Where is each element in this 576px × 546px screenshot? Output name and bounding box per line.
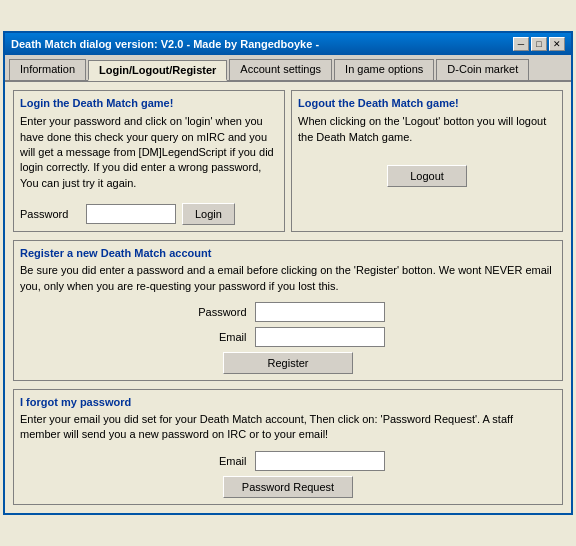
tab-in-game-options[interactable]: In game options <box>334 59 434 80</box>
tab-account-settings[interactable]: Account settings <box>229 59 332 80</box>
login-panel-text: Enter your password and click on 'login'… <box>20 114 278 191</box>
register-button[interactable]: Register <box>223 352 353 374</box>
login-password-input[interactable] <box>86 204 176 224</box>
logout-panel: Logout the Death Match game! When clicki… <box>291 90 563 232</box>
forgot-section: I forgot my password Enter your email yo… <box>13 389 563 505</box>
tab-login-logout-register[interactable]: Login/Logout/Register <box>88 60 227 81</box>
forgot-email-row: Email <box>20 451 556 471</box>
login-password-row: Password Login <box>20 203 278 225</box>
password-request-button[interactable]: Password Request <box>223 476 353 498</box>
logout-panel-title: Logout the Death Match game! <box>298 97 556 109</box>
register-section-text: Be sure you did enter a password and a e… <box>20 263 556 294</box>
register-section-title: Register a new Death Match account <box>20 247 556 259</box>
title-bar-buttons: ─ □ ✕ <box>513 37 565 51</box>
close-button[interactable]: ✕ <box>549 37 565 51</box>
window-title: Death Match dialog version: V2.0 - Made … <box>11 38 319 50</box>
tab-bar: Information Login/Logout/Register Accoun… <box>5 55 571 82</box>
register-section: Register a new Death Match account Be su… <box>13 240 563 381</box>
minimize-button[interactable]: ─ <box>513 37 529 51</box>
login-panel: Login the Death Match game! Enter your p… <box>13 90 285 232</box>
register-password-input[interactable] <box>255 302 385 322</box>
tab-information[interactable]: Information <box>9 59 86 80</box>
forgot-section-text: Enter your email you did set for your De… <box>20 412 556 443</box>
tab-content: Login the Death Match game! Enter your p… <box>5 82 571 513</box>
main-window: Death Match dialog version: V2.0 - Made … <box>3 31 573 515</box>
forgot-email-input[interactable] <box>255 451 385 471</box>
register-email-row: Email <box>20 327 556 347</box>
forgot-section-title: I forgot my password <box>20 396 556 408</box>
forgot-email-label: Email <box>192 455 247 467</box>
maximize-button[interactable]: □ <box>531 37 547 51</box>
register-password-row: Password <box>20 302 556 322</box>
logout-button[interactable]: Logout <box>387 165 467 187</box>
title-bar: Death Match dialog version: V2.0 - Made … <box>5 33 571 55</box>
register-email-label: Email <box>192 331 247 343</box>
tab-dcoin-market[interactable]: D-Coin market <box>436 59 529 80</box>
register-email-input[interactable] <box>255 327 385 347</box>
login-password-label: Password <box>20 208 80 220</box>
register-password-label: Password <box>192 306 247 318</box>
login-button[interactable]: Login <box>182 203 235 225</box>
logout-panel-text: When clicking on the 'Logout' botton you… <box>298 114 556 145</box>
login-panel-title: Login the Death Match game! <box>20 97 278 109</box>
top-panels: Login the Death Match game! Enter your p… <box>13 90 563 232</box>
